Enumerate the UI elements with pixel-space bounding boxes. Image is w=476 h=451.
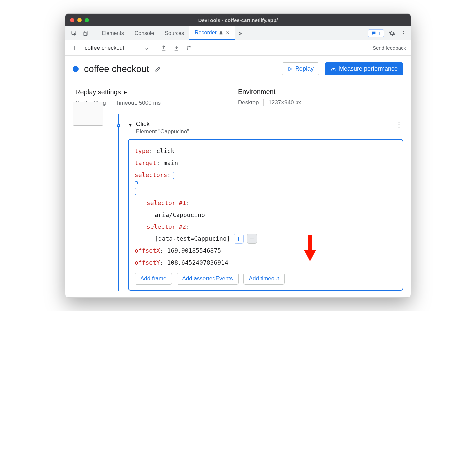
settings-gear-icon[interactable] (389, 30, 395, 37)
prop-key-offsetx: offsetX (135, 247, 160, 254)
experiment-flask-icon (219, 30, 223, 35)
timeout-value: Timeout: 5000 ms (116, 100, 161, 106)
tab-recorder[interactable]: Recorder × (189, 26, 235, 40)
timeline-step-dot (117, 124, 120, 127)
recording-header: coffee checkout Replay Measure performan… (65, 56, 411, 82)
devtools-window: DevTools - coffee-cart.netlify.app/ Elem… (65, 13, 411, 298)
divider (263, 99, 264, 106)
replay-button-label: Replay (295, 65, 314, 72)
add-timeout-button[interactable]: Add timeout (243, 273, 285, 285)
recording-status-dot (73, 66, 79, 72)
new-recording-icon[interactable]: + (70, 44, 79, 52)
prop-key-selector2: selector #2 (147, 223, 186, 230)
timeline (109, 114, 128, 291)
prop-val-offsety[interactable]: 108.6452407836914 (167, 259, 228, 266)
play-icon (287, 66, 293, 72)
prop-val-offsetx[interactable]: 169.90185546875 (167, 247, 221, 254)
minimize-window-button[interactable] (77, 18, 82, 22)
devtools-tabbar: Elements Console Sources Recorder × » 1 … (65, 26, 411, 40)
prop-val-type[interactable]: click (156, 147, 174, 154)
maximize-window-button[interactable] (85, 18, 89, 22)
inspect-element-icon[interactable] (68, 26, 80, 40)
share-icon[interactable] (159, 45, 168, 51)
recorder-toolbar: + coffee checkout ⌄ Send feedback (65, 40, 411, 56)
prop-val-target[interactable]: main (164, 159, 178, 166)
tab-console[interactable]: Console (129, 26, 160, 40)
recording-select-value: coffee checkout (85, 45, 124, 51)
send-feedback-link[interactable]: Send feedback (373, 45, 406, 51)
measure-performance-button[interactable]: Measure performance (325, 62, 403, 75)
add-frame-button[interactable]: Add frame (135, 273, 172, 285)
tab-sources[interactable]: Sources (159, 26, 189, 40)
prop-key-selector1: selector #1 (147, 199, 186, 206)
prop-key-type: type (135, 147, 149, 154)
more-menu-icon[interactable]: ⋮ (400, 29, 407, 37)
delete-icon[interactable] (184, 45, 193, 51)
divider (155, 44, 155, 52)
caret-right-icon: ▸ (124, 88, 127, 96)
prop-val-selector2[interactable]: [data-test=Cappucino] (155, 233, 230, 245)
collapse-caret-icon[interactable]: ▼ (128, 122, 133, 128)
close-window-button[interactable] (70, 18, 74, 22)
replay-button[interactable]: Replay (282, 62, 319, 75)
window-titlebar: DevTools - coffee-cart.netlify.app/ (65, 14, 411, 26)
divider (94, 29, 94, 37)
chat-icon (371, 31, 376, 36)
step-subtitle: Element "Cappucino" (136, 128, 189, 135)
messages-badge[interactable]: 1 (368, 29, 384, 37)
messages-count: 1 (378, 30, 381, 36)
add-selector-button[interactable]: + (234, 234, 244, 244)
more-tabs-icon[interactable]: » (235, 26, 246, 40)
step-thumbnail (73, 102, 103, 126)
gauge-icon (330, 66, 336, 72)
recording-title: coffee checkout (84, 64, 149, 74)
viewport-value: 1237×940 px (268, 99, 301, 106)
prop-key-selectors: selectors (135, 171, 167, 178)
device-value: Desktop (238, 99, 259, 106)
replay-settings-label: Replay settings (75, 88, 121, 96)
environment-label: Environment (238, 88, 275, 96)
step-header[interactable]: ▼ Click Element "Cappucino" ⋮ (128, 120, 403, 135)
replay-settings-toggle[interactable]: Replay settings ▸ (75, 88, 238, 96)
step-detail-panel: type: click target: main selectors: sele… (128, 139, 403, 291)
divider (111, 99, 111, 107)
prop-key-offsety: offsetY (135, 259, 160, 266)
step-title: Click (136, 120, 189, 128)
remove-selector-button[interactable]: − (247, 234, 257, 244)
selector-picker-icon[interactable] (135, 172, 397, 195)
steps-area: ▼ Click Element "Cappucino" ⋮ type: clic… (65, 114, 411, 297)
measure-button-label: Measure performance (339, 65, 398, 72)
add-asserted-events-button[interactable]: Add assertedEvents (177, 273, 238, 285)
download-icon[interactable] (172, 45, 180, 51)
window-title: DevTools - coffee-cart.netlify.app/ (198, 17, 278, 23)
device-toggle-icon[interactable] (80, 26, 92, 40)
edit-title-icon[interactable] (155, 66, 161, 72)
window-controls (70, 18, 89, 22)
close-tab-icon[interactable]: × (226, 29, 230, 36)
step-more-menu-icon[interactable]: ⋮ (395, 120, 403, 129)
svg-rect-2 (84, 32, 86, 36)
settings-row: Replay settings ▸ No throttling Timeout:… (65, 82, 411, 114)
tab-recorder-label: Recorder (195, 30, 217, 36)
chevron-down-icon: ⌄ (144, 44, 149, 51)
prop-key-target: target (135, 159, 156, 166)
recording-select[interactable]: coffee checkout ⌄ (83, 44, 151, 51)
prop-val-selector1[interactable]: aria/Cappucino (155, 211, 205, 218)
tab-elements[interactable]: Elements (96, 26, 129, 40)
